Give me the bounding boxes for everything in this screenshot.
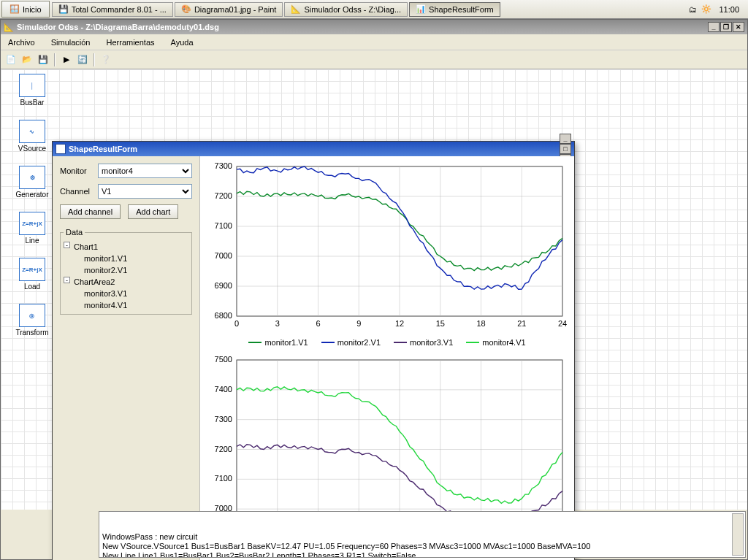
legend-swatch [248,342,262,343]
add-chart-button[interactable]: Add chart [128,204,178,219]
legend-label: monitor1.V1 [264,338,308,347]
dialog-icon [56,144,66,154]
tree-node[interactable]: -Chart1 [64,241,188,253]
palette-item[interactable]: Z=R+jXLoad [19,258,45,291]
titlebar: 📐 Simulador Odss - Z:\DiagramaBarra\demo… [1,20,747,34]
chart-area: 03691215182124680069007000710072007300 m… [200,156,574,560]
tree-node[interactable]: -ChartArea2 [64,276,188,288]
palette-icon: ∿ [19,120,45,143]
reload-button[interactable]: 🔄 [75,53,90,67]
scrollbar[interactable] [732,513,744,556]
tree-leaf[interactable]: monitor3.V1 [64,288,188,299]
taskbar-item[interactable]: 💾Total Commander 8.01 - ... [52,2,173,17]
task-icon: 📐 [291,4,301,14]
main-window: 📐 Simulador Odss - Z:\DiagramaBarra\demo… [0,19,748,560]
svg-text:7300: 7300 [215,415,232,423]
palette-label: VSource [18,145,46,153]
start-label: Inicio [23,5,42,14]
chart-legend: monitor1.V1monitor2.V1monitor3.V1monitor… [200,335,574,350]
svg-text:6: 6 [316,319,320,328]
tree-leaf[interactable]: monitor4.V1 [64,299,188,311]
console-output[interactable]: WindowsPass : new circuitNew VSource.VSo… [99,511,746,558]
palette-icon: │ [19,74,45,97]
palette-label: BusBar [20,99,45,107]
os-taskbar: 🪟 Inicio 💾Total Commander 8.01 - ...🎨Dia… [0,0,748,19]
windows-icon: 🪟 [9,4,20,14]
svg-text:6800: 6800 [215,311,232,320]
svg-text:18: 18 [476,319,485,328]
monitor-select[interactable]: monitor4 [98,164,192,178]
palette-label: Load [24,283,40,291]
dialog-titlebar[interactable]: ShapeResultForm _ □ ✕ [53,142,574,156]
taskbar-item[interactable]: 📐Simulador Odss - Z:\Diag... [284,2,408,17]
tree-label: ChartArea2 [74,277,115,286]
add-channel-button[interactable]: Add channel [60,204,121,219]
menu-item[interactable]: Simulación [48,37,94,48]
palette-label: Transform [15,329,48,337]
channel-select[interactable]: V1 [98,184,192,199]
maximize-button[interactable]: ❐ [720,22,732,32]
monitor-label: Monitor [60,166,94,175]
shape-result-form: ShapeResultForm _ □ ✕ Monitor monitor4 C… [52,141,575,560]
svg-text:7200: 7200 [215,191,232,200]
data-fieldset: Data -Chart1monitor1.V1monitor2.V1-Chart… [60,228,192,315]
taskbar-item[interactable]: 🎨Diagrama01.jpg - Paint [175,2,283,17]
new-file-button[interactable]: 📄 [4,53,18,67]
task-label: ShapeResultForm [429,5,494,14]
legend-swatch [394,342,407,343]
close-button[interactable]: ✕ [733,22,744,32]
run-button[interactable]: ▶ [59,53,74,67]
menu-item[interactable]: Ayuda [168,37,196,48]
save-file-button[interactable]: 💾 [36,53,50,67]
palette-item[interactable]: │BusBar [19,74,45,107]
legend-swatch [466,342,479,343]
palette-item[interactable]: ∿VSource [18,120,46,153]
menu-item[interactable]: Archivo [5,37,38,48]
separator [94,53,95,66]
svg-text:24: 24 [558,319,567,328]
svg-text:6900: 6900 [215,281,232,290]
console-line: New Line.Line1 Bus1=BusBar1 Bus2=BusBar2… [102,551,742,558]
task-icon: 🎨 [181,4,191,14]
legend-label: monitor4.V1 [482,338,525,347]
tray-icon[interactable]: 🗂 [689,5,697,14]
open-file-button[interactable]: 📂 [20,53,34,67]
dialog-title: ShapeResultForm [69,145,137,153]
tray-icon[interactable]: 🔆 [701,4,711,14]
svg-text:7100: 7100 [215,221,232,230]
palette-icon: Z=R+jX [19,258,45,281]
svg-text:12: 12 [395,319,404,328]
tree-leaf[interactable]: monitor2.V1 [64,264,188,276]
chart-top: 03691215182124680069007000710072007300 [200,156,571,335]
toolbar: 📄 📂 💾 ▶ 🔄 ❔ [1,50,747,69]
data-tree[interactable]: -Chart1monitor1.V1monitor2.V1-ChartArea2… [64,241,188,311]
system-tray: 🗂 🔆 11:00 [683,4,748,14]
start-button[interactable]: 🪟 Inicio [1,1,50,18]
palette-icon: Z=R+jX [19,212,45,235]
palette-icon: ⚙ [19,166,45,189]
svg-text:7100: 7100 [215,474,232,483]
menu-item[interactable]: Herramientas [104,37,158,48]
palette-item[interactable]: Z=R+jXLine [19,212,45,245]
task-label: Total Commander 8.01 - ... [72,5,167,14]
legend-label: monitor2.V1 [337,338,381,347]
svg-text:9: 9 [356,319,361,328]
svg-text:7400: 7400 [215,385,232,394]
dialog-sidebar: Monitor monitor4 Channel V1 Add channel … [53,156,200,560]
dialog-minimize-button[interactable]: _ [560,134,571,144]
taskbar-item[interactable]: 📊ShapeResultForm [409,2,500,17]
menubar: ArchivoSimulaciónHerramientasAyuda [1,34,747,50]
dialog-maximize-button[interactable]: □ [560,144,571,154]
clock: 11:00 [716,5,742,14]
tree-leaf[interactable]: monitor1.V1 [64,253,188,264]
svg-text:7200: 7200 [215,445,232,453]
palette-item[interactable]: ⚙Generator [15,166,48,199]
palette-item[interactable]: ◎Transform [15,304,48,337]
tree-toggle[interactable]: - [64,242,70,248]
minimize-button[interactable]: _ [708,22,720,32]
workspace: │BusBar∿VSource⚙GeneratorZ=R+jXLineZ=R+j… [1,69,747,510]
tree-toggle[interactable]: - [64,277,70,283]
help-button[interactable]: ❔ [99,53,113,67]
palette-label: Generator [15,191,48,199]
svg-text:15: 15 [436,319,445,328]
